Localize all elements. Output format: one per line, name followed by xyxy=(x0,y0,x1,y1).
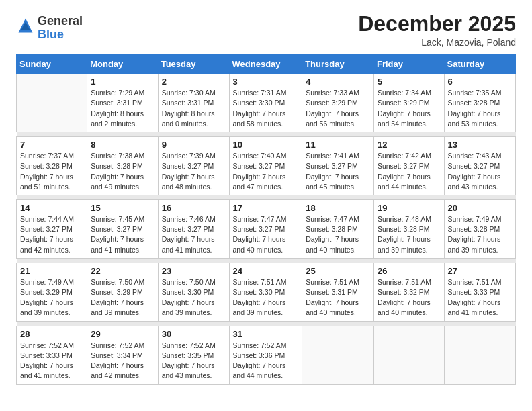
day-cell: 27Sunrise: 7:51 AMSunset: 3:33 PMDayligh… xyxy=(444,263,515,321)
day-detail: Sunrise: 7:51 AMSunset: 3:33 PMDaylight:… xyxy=(448,277,512,318)
day-number: 19 xyxy=(378,203,441,213)
day-detail: Sunrise: 7:49 AMSunset: 3:28 PMDaylight:… xyxy=(448,214,512,255)
day-cell: 15Sunrise: 7:45 AMSunset: 3:27 PMDayligh… xyxy=(87,199,158,258)
day-detail: Sunrise: 7:52 AMSunset: 3:36 PMDaylight:… xyxy=(233,340,299,381)
day-cell: 16Sunrise: 7:46 AMSunset: 3:27 PMDayligh… xyxy=(158,199,229,258)
day-cell xyxy=(373,326,444,384)
title-block: December 2025 Lack, Mazovia, Poland xyxy=(358,12,516,48)
day-cell: 23Sunrise: 7:50 AMSunset: 3:30 PMDayligh… xyxy=(158,263,229,321)
day-cell: 25Sunrise: 7:51 AMSunset: 3:31 PMDayligh… xyxy=(302,263,374,321)
day-number: 21 xyxy=(20,266,83,276)
day-number: 1 xyxy=(91,77,154,87)
day-detail: Sunrise: 7:43 AMSunset: 3:27 PMDaylight:… xyxy=(448,151,512,192)
day-detail: Sunrise: 7:35 AMSunset: 3:28 PMDaylight:… xyxy=(448,88,512,129)
day-cell xyxy=(17,74,87,132)
week-divider xyxy=(17,321,516,326)
day-cell: 22Sunrise: 7:50 AMSunset: 3:29 PMDayligh… xyxy=(87,263,158,321)
day-number: 14 xyxy=(20,203,83,213)
day-detail: Sunrise: 7:41 AMSunset: 3:27 PMDaylight:… xyxy=(306,151,370,192)
day-detail: Sunrise: 7:48 AMSunset: 3:28 PMDaylight:… xyxy=(378,214,441,255)
day-detail: Sunrise: 7:52 AMSunset: 3:33 PMDaylight:… xyxy=(20,340,83,381)
day-number: 9 xyxy=(162,140,226,150)
day-detail: Sunrise: 7:33 AMSunset: 3:29 PMDaylight:… xyxy=(306,88,370,129)
day-cell: 11Sunrise: 7:41 AMSunset: 3:27 PMDayligh… xyxy=(302,137,374,195)
week-divider xyxy=(17,258,516,263)
logo: General Blue xyxy=(16,15,83,42)
day-detail: Sunrise: 7:31 AMSunset: 3:30 PMDaylight:… xyxy=(233,88,299,129)
day-detail: Sunrise: 7:34 AMSunset: 3:29 PMDaylight:… xyxy=(378,88,441,129)
week-row-4: 21Sunrise: 7:49 AMSunset: 3:29 PMDayligh… xyxy=(17,263,516,321)
col-header-friday: Friday xyxy=(373,55,444,74)
day-number: 27 xyxy=(448,266,512,276)
day-cell: 31Sunrise: 7:52 AMSunset: 3:36 PMDayligh… xyxy=(229,326,302,384)
day-cell: 8Sunrise: 7:38 AMSunset: 3:28 PMDaylight… xyxy=(87,137,158,195)
day-detail: Sunrise: 7:50 AMSunset: 3:30 PMDaylight:… xyxy=(162,277,226,318)
day-detail: Sunrise: 7:51 AMSunset: 3:30 PMDaylight:… xyxy=(233,277,299,318)
col-header-sunday: Sunday xyxy=(17,55,87,74)
day-detail: Sunrise: 7:30 AMSunset: 3:31 PMDaylight:… xyxy=(162,88,226,129)
day-detail: Sunrise: 7:37 AMSunset: 3:28 PMDaylight:… xyxy=(20,151,83,192)
day-cell: 1Sunrise: 7:29 AMSunset: 3:31 PMDaylight… xyxy=(87,74,158,132)
day-detail: Sunrise: 7:38 AMSunset: 3:28 PMDaylight:… xyxy=(91,151,154,192)
col-header-wednesday: Wednesday xyxy=(229,55,302,74)
header-row: SundayMondayTuesdayWednesdayThursdayFrid… xyxy=(17,55,516,74)
day-detail: Sunrise: 7:47 AMSunset: 3:28 PMDaylight:… xyxy=(306,214,370,255)
day-detail: Sunrise: 7:42 AMSunset: 3:27 PMDaylight:… xyxy=(378,151,441,192)
day-number: 23 xyxy=(162,266,226,276)
day-detail: Sunrise: 7:46 AMSunset: 3:27 PMDaylight:… xyxy=(162,214,226,255)
day-cell: 12Sunrise: 7:42 AMSunset: 3:27 PMDayligh… xyxy=(373,137,444,195)
col-header-thursday: Thursday xyxy=(302,55,374,74)
day-number: 13 xyxy=(448,140,512,150)
day-detail: Sunrise: 7:50 AMSunset: 3:29 PMDaylight:… xyxy=(91,277,154,318)
week-divider xyxy=(17,132,516,137)
day-number: 12 xyxy=(378,140,441,150)
day-cell: 21Sunrise: 7:49 AMSunset: 3:29 PMDayligh… xyxy=(17,263,87,321)
day-number: 26 xyxy=(378,266,441,276)
day-cell: 18Sunrise: 7:47 AMSunset: 3:28 PMDayligh… xyxy=(302,199,374,258)
day-cell: 19Sunrise: 7:48 AMSunset: 3:28 PMDayligh… xyxy=(373,199,444,258)
month-title: December 2025 xyxy=(358,12,516,36)
day-cell: 20Sunrise: 7:49 AMSunset: 3:28 PMDayligh… xyxy=(444,199,515,258)
day-number: 25 xyxy=(306,266,370,276)
day-number: 8 xyxy=(91,140,154,150)
day-cell: 14Sunrise: 7:44 AMSunset: 3:27 PMDayligh… xyxy=(17,199,87,258)
day-number: 7 xyxy=(20,140,83,150)
day-number: 16 xyxy=(162,203,226,213)
day-number: 18 xyxy=(306,203,370,213)
day-number: 3 xyxy=(233,77,299,87)
day-number: 24 xyxy=(233,266,299,276)
day-cell xyxy=(302,326,374,384)
week-divider xyxy=(17,195,516,199)
day-number: 10 xyxy=(233,140,299,150)
day-number: 15 xyxy=(91,203,154,213)
day-number: 29 xyxy=(91,329,154,339)
day-cell: 13Sunrise: 7:43 AMSunset: 3:27 PMDayligh… xyxy=(444,137,515,195)
day-detail: Sunrise: 7:29 AMSunset: 3:31 PMDaylight:… xyxy=(91,88,154,129)
day-detail: Sunrise: 7:52 AMSunset: 3:34 PMDaylight:… xyxy=(91,340,154,381)
day-number: 6 xyxy=(448,77,512,87)
day-cell xyxy=(444,326,515,384)
logo-blue: Blue xyxy=(38,28,83,42)
day-number: 30 xyxy=(162,329,226,339)
day-detail: Sunrise: 7:39 AMSunset: 3:27 PMDaylight:… xyxy=(162,151,226,192)
col-header-tuesday: Tuesday xyxy=(158,55,229,74)
day-cell: 6Sunrise: 7:35 AMSunset: 3:28 PMDaylight… xyxy=(444,74,515,132)
day-detail: Sunrise: 7:45 AMSunset: 3:27 PMDaylight:… xyxy=(91,214,154,255)
calendar-table: SundayMondayTuesdayWednesdayThursdayFrid… xyxy=(16,54,516,384)
day-number: 17 xyxy=(233,203,299,213)
logo-icon xyxy=(16,16,35,35)
header: General Blue December 2025 Lack, Mazovia… xyxy=(16,12,516,48)
day-cell: 17Sunrise: 7:47 AMSunset: 3:27 PMDayligh… xyxy=(229,199,302,258)
day-cell: 28Sunrise: 7:52 AMSunset: 3:33 PMDayligh… xyxy=(17,326,87,384)
day-cell: 5Sunrise: 7:34 AMSunset: 3:29 PMDaylight… xyxy=(373,74,444,132)
day-detail: Sunrise: 7:47 AMSunset: 3:27 PMDaylight:… xyxy=(233,214,299,255)
location: Lack, Mazovia, Poland xyxy=(358,37,516,48)
day-number: 31 xyxy=(233,329,299,339)
day-cell: 2Sunrise: 7:30 AMSunset: 3:31 PMDaylight… xyxy=(158,74,229,132)
logo-text: General Blue xyxy=(38,15,83,42)
day-cell: 29Sunrise: 7:52 AMSunset: 3:34 PMDayligh… xyxy=(87,326,158,384)
day-cell: 9Sunrise: 7:39 AMSunset: 3:27 PMDaylight… xyxy=(158,137,229,195)
day-detail: Sunrise: 7:40 AMSunset: 3:27 PMDaylight:… xyxy=(233,151,299,192)
day-cell: 4Sunrise: 7:33 AMSunset: 3:29 PMDaylight… xyxy=(302,74,374,132)
day-detail: Sunrise: 7:51 AMSunset: 3:31 PMDaylight:… xyxy=(306,277,370,318)
